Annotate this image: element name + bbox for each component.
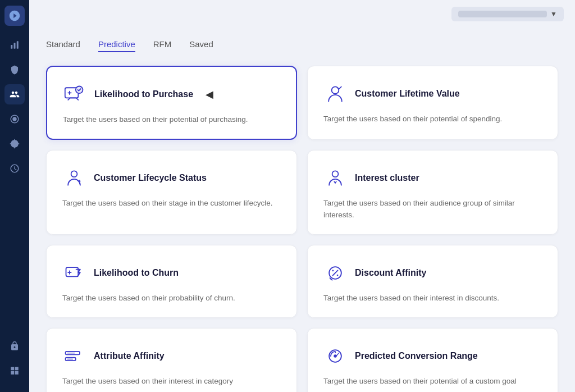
- card-description: Target the users based on their potentia…: [323, 376, 542, 387]
- cursor-icon: ◀: [206, 88, 213, 101]
- card-title: Discount Affinity: [355, 268, 426, 278]
- svg-rect-0: [11, 45, 12, 49]
- tab-rfm[interactable]: RFM: [153, 39, 172, 52]
- sidebar-item-target[interactable]: [4, 109, 25, 129]
- discount-icon: [323, 261, 347, 285]
- attribute-affinity-icon: [62, 344, 86, 368]
- sidebar-item-shield[interactable]: [4, 60, 25, 80]
- card-description: Target the users based on their audience…: [323, 198, 542, 221]
- sidebar-item-grid[interactable]: [4, 361, 25, 381]
- customer-lifetime-icon: [323, 82, 347, 106]
- chevron-down-icon: ▼: [550, 10, 557, 18]
- tab-saved[interactable]: Saved: [189, 39, 213, 52]
- card-title: Interest cluster: [355, 173, 419, 183]
- card-header: Interest cluster: [323, 166, 542, 190]
- lifecycle-icon: [62, 166, 86, 190]
- card-customer-lifetime-value[interactable]: Customer Lifetime Value Target the users…: [307, 66, 558, 140]
- workspace-dropdown[interactable]: ▼: [451, 7, 564, 21]
- card-title: Customer Lifetime Value: [355, 89, 460, 99]
- sidebar-item-clock[interactable]: [4, 158, 25, 179]
- topbar: ▼: [29, 0, 575, 28]
- card-title: Attribute Affinity: [94, 351, 165, 361]
- tabs-bar: Standard Predictive RFM Saved: [46, 39, 558, 52]
- tab-predictive[interactable]: Predictive: [98, 39, 135, 52]
- card-likelihood-to-churn[interactable]: Likelihood to Churn Target the users bas…: [46, 245, 297, 318]
- svg-point-6: [332, 86, 339, 94]
- card-predicted-conversion-range[interactable]: Predicted Conversion Range Target the us…: [307, 328, 558, 392]
- card-description: Target the users based on their interest…: [323, 293, 542, 304]
- tab-standard[interactable]: Standard: [46, 39, 80, 52]
- cards-grid: Likelihood to Purchase ◀ Target the user…: [46, 66, 558, 392]
- card-header: Customer Lifecycle Status: [62, 166, 281, 190]
- svg-rect-2: [17, 41, 19, 49]
- svg-point-8: [332, 171, 339, 177]
- card-title: Customer Lifecycle Status: [94, 173, 207, 183]
- card-header: Predicted Conversion Range: [323, 344, 542, 368]
- sidebar-bottom: [4, 336, 25, 386]
- content-area: Standard Predictive RFM Saved: [29, 28, 575, 392]
- card-description: Target the users based on their interest…: [62, 376, 281, 387]
- card-description: Target the users based on their potentia…: [323, 113, 542, 125]
- card-attribute-affinity[interactable]: Attribute Affinity Target the users base…: [46, 328, 297, 392]
- card-discount-affinity[interactable]: Discount Affinity Target the users based…: [307, 245, 558, 318]
- main-content: ▼ Standard Predictive RFM Saved: [29, 0, 575, 392]
- likelihood-purchase-icon: [63, 83, 86, 106]
- sidebar: [0, 0, 29, 392]
- churn-icon: [62, 261, 86, 285]
- svg-point-7: [71, 171, 77, 177]
- card-title: Likelihood to Churn: [94, 268, 179, 278]
- sidebar-item-settings[interactable]: [4, 134, 25, 154]
- card-title: Predicted Conversion Range: [355, 351, 478, 361]
- card-header: Attribute Affinity: [62, 344, 281, 368]
- card-customer-lifecycle-status[interactable]: Customer Lifecycle Status Target the use…: [46, 150, 297, 235]
- svg-point-11: [332, 270, 334, 271]
- conversion-range-icon: [323, 344, 347, 368]
- card-description: Target the users based on their stage in…: [62, 198, 281, 209]
- svg-point-12: [337, 274, 339, 276]
- card-interest-cluster[interactable]: Interest cluster Target the users based …: [307, 150, 558, 235]
- svg-rect-9: [66, 267, 79, 276]
- card-header: Customer Lifetime Value: [323, 82, 542, 106]
- card-description: Target the users based on their probabil…: [62, 293, 281, 304]
- card-description: Target the users based on their potentia…: [63, 114, 280, 125]
- sidebar-item-chart[interactable]: [4, 35, 25, 55]
- card-likelihood-to-purchase[interactable]: Likelihood to Purchase ◀ Target the user…: [46, 66, 297, 140]
- card-header: Likelihood to Churn: [62, 261, 281, 285]
- svg-rect-1: [14, 43, 16, 49]
- sidebar-logo[interactable]: [4, 6, 25, 26]
- card-header: Discount Affinity: [323, 261, 542, 285]
- card-title: Likelihood to Purchase: [94, 89, 193, 99]
- sidebar-item-users[interactable]: [4, 84, 25, 104]
- interest-cluster-icon: [323, 166, 347, 190]
- card-header: Likelihood to Purchase ◀: [63, 83, 280, 106]
- sidebar-item-lock[interactable]: [4, 336, 25, 356]
- workspace-dropdown-text: [458, 11, 547, 17]
